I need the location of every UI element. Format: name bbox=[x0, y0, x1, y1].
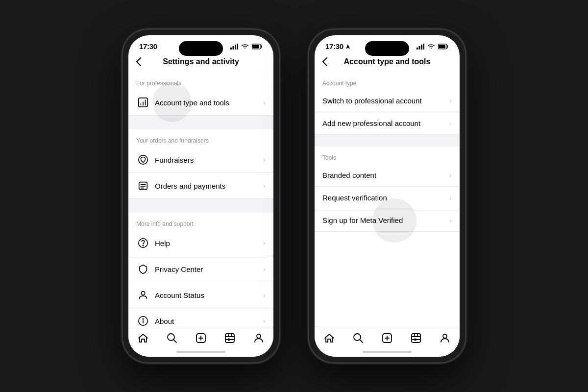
menu-text-fundraisers: Fundraisers bbox=[155, 156, 263, 164]
chevron-about: › bbox=[263, 317, 266, 325]
chevron-account-status: › bbox=[263, 291, 266, 299]
svg-point-16 bbox=[143, 245, 143, 245]
menu-item-meta-verified[interactable]: Sign up for Meta Verified › bbox=[315, 209, 460, 232]
menu-item-switch-professional[interactable]: Switch to professional account › bbox=[315, 90, 460, 112]
search-icon-1 bbox=[166, 332, 178, 344]
reels-icon-1 bbox=[224, 332, 236, 344]
status-icons-1 bbox=[230, 44, 263, 49]
nav-search-1[interactable] bbox=[161, 331, 183, 345]
nav-profile-1[interactable] bbox=[248, 331, 270, 345]
chevron-account-type: › bbox=[263, 98, 266, 106]
home-icon-2 bbox=[323, 332, 335, 344]
svg-line-39 bbox=[360, 340, 363, 343]
dynamic-island-2 bbox=[365, 41, 409, 56]
svg-rect-37 bbox=[439, 45, 445, 48]
svg-rect-1 bbox=[233, 46, 234, 49]
text-add-professional: Add new professional account bbox=[322, 119, 420, 127]
nav-reels-2[interactable] bbox=[405, 331, 427, 345]
menu-text-about: About bbox=[155, 317, 263, 325]
bottom-padding-2 bbox=[315, 232, 460, 240]
chevron-help: › bbox=[263, 239, 266, 247]
battery-icon-1 bbox=[252, 44, 263, 49]
nav-search-2[interactable] bbox=[347, 331, 369, 345]
home-bar-1 bbox=[176, 351, 225, 353]
phone-1-screen: 17:30 bbox=[128, 35, 273, 357]
signal-icon-1 bbox=[230, 44, 238, 49]
signal-icon-2 bbox=[416, 44, 424, 49]
nav-create-2[interactable] bbox=[376, 331, 398, 345]
svg-rect-2 bbox=[235, 45, 236, 49]
svg-point-31 bbox=[257, 334, 261, 338]
menu-item-account-status[interactable]: Account Status › bbox=[128, 282, 273, 308]
svg-rect-0 bbox=[230, 48, 232, 49]
phone-1: 17:30 bbox=[122, 29, 279, 363]
menu-item-add-professional[interactable]: Add new professional account › bbox=[315, 112, 460, 135]
privacy-icon bbox=[136, 262, 150, 276]
menu-item-account-type[interactable]: Account type and tools › bbox=[128, 90, 273, 116]
nav-title-2: Account type and tools bbox=[344, 57, 431, 66]
wifi-icon-2 bbox=[427, 44, 435, 49]
menu-item-orders[interactable]: Orders and payments › bbox=[128, 173, 273, 199]
chart-icon bbox=[136, 96, 150, 109]
home-indicator-1 bbox=[128, 347, 273, 357]
profile-icon-1 bbox=[253, 332, 265, 344]
home-bar-2 bbox=[363, 351, 412, 353]
time-1: 17:30 bbox=[139, 42, 157, 50]
chevron-verification: › bbox=[449, 194, 452, 202]
section-label-tools: Tools bbox=[315, 147, 460, 164]
text-meta-verified: Sign up for Meta Verified bbox=[322, 216, 403, 224]
screen-content-2[interactable]: Account type Switch to professional acco… bbox=[315, 72, 460, 326]
menu-item-privacy[interactable]: Privacy Center › bbox=[128, 256, 273, 282]
help-icon bbox=[136, 236, 150, 250]
chevron-switch-professional: › bbox=[449, 97, 452, 105]
profile-icon-2 bbox=[439, 332, 451, 344]
menu-item-fundraisers[interactable]: Fundraisers › bbox=[128, 147, 273, 173]
menu-text-account-status: Account Status bbox=[155, 291, 263, 299]
svg-rect-3 bbox=[237, 44, 239, 49]
menu-text-account-type: Account type and tools bbox=[155, 98, 263, 107]
svg-rect-35 bbox=[423, 44, 425, 49]
nav-header-1: Settings and activity bbox=[128, 53, 273, 72]
screen-content-1[interactable]: For professionals Account type and tools… bbox=[128, 72, 273, 326]
nav-profile-2[interactable] bbox=[434, 331, 456, 345]
svg-rect-5 bbox=[252, 45, 259, 48]
menu-item-about[interactable]: About › bbox=[128, 308, 273, 326]
status-icons-2 bbox=[416, 44, 449, 49]
home-icon-1 bbox=[137, 332, 149, 344]
svg-rect-33 bbox=[419, 46, 420, 49]
back-button-1[interactable] bbox=[136, 57, 141, 66]
bottom-nav-1 bbox=[128, 326, 273, 347]
nav-home-2[interactable] bbox=[318, 331, 340, 345]
svg-point-20 bbox=[143, 318, 143, 319]
chevron-fundraisers: › bbox=[263, 156, 266, 164]
wifi-icon-1 bbox=[241, 44, 249, 49]
text-verification: Request verification bbox=[322, 194, 387, 202]
nav-create-1[interactable] bbox=[190, 331, 212, 345]
nav-title-1: Settings and activity bbox=[163, 57, 239, 66]
svg-point-45 bbox=[443, 334, 447, 338]
battery-icon-2 bbox=[438, 44, 449, 49]
phone-2: 17:30 bbox=[309, 29, 466, 363]
nav-reels-1[interactable] bbox=[219, 331, 241, 345]
phones-container: 17:30 bbox=[122, 29, 466, 363]
about-icon bbox=[136, 314, 150, 326]
nav-home-1[interactable] bbox=[132, 331, 154, 345]
menu-item-verification[interactable]: Request verification › bbox=[315, 187, 460, 209]
separator-tools bbox=[315, 135, 460, 147]
menu-item-help[interactable]: Help › bbox=[128, 230, 273, 256]
reels-icon-2 bbox=[410, 332, 422, 344]
status-bar-1: 17:30 bbox=[128, 35, 273, 53]
time-2: 17:30 bbox=[325, 42, 343, 50]
svg-rect-34 bbox=[421, 45, 422, 49]
create-icon-2 bbox=[381, 332, 393, 344]
section-label-support: More info and support bbox=[128, 213, 273, 230]
menu-item-branded[interactable]: Branded content › bbox=[315, 164, 460, 187]
section-label-professionals: For professionals bbox=[128, 72, 273, 90]
separator-1 bbox=[128, 116, 273, 129]
back-button-2[interactable] bbox=[322, 57, 327, 66]
search-icon-2 bbox=[352, 332, 364, 344]
bottom-nav-2 bbox=[315, 326, 460, 347]
text-switch-professional: Switch to professional account bbox=[322, 97, 422, 105]
phone-2-screen: 17:30 bbox=[315, 35, 460, 357]
chevron-meta-verified: › bbox=[449, 217, 452, 224]
